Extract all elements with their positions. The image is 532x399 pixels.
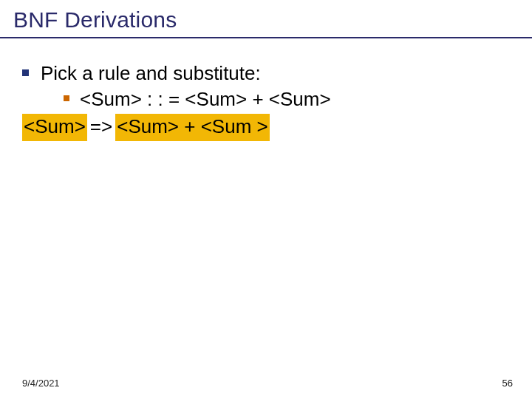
bullet-item-1: Pick a rule and substitute: (22, 61, 510, 86)
derivation-arrow: => (87, 114, 115, 141)
bullet-item-1-text: Pick a rule and substitute: (41, 61, 261, 86)
sub-bullet-item-1-text: <Sum> : : = <Sum> + <Sum> (80, 86, 331, 112)
square-bullet-icon (64, 95, 69, 101)
derivation-lhs-highlight: <Sum> (22, 114, 87, 141)
square-bullet-icon (22, 69, 29, 76)
derivation-rhs-highlight: <Sum> + <Sum > (115, 114, 270, 141)
slide-content: Pick a rule and substitute: <Sum> : : = … (0, 38, 532, 141)
footer-date: 9/4/2021 (22, 378, 60, 389)
derivation-line: <Sum>=><Sum> + <Sum > (22, 114, 510, 141)
sub-bullet-item-1: <Sum> : : = <Sum> + <Sum> (64, 86, 510, 112)
slide-footer: 9/4/2021 56 (0, 378, 532, 389)
slide-title: BNF Derivations (0, 0, 532, 37)
footer-page-number: 56 (502, 378, 513, 389)
